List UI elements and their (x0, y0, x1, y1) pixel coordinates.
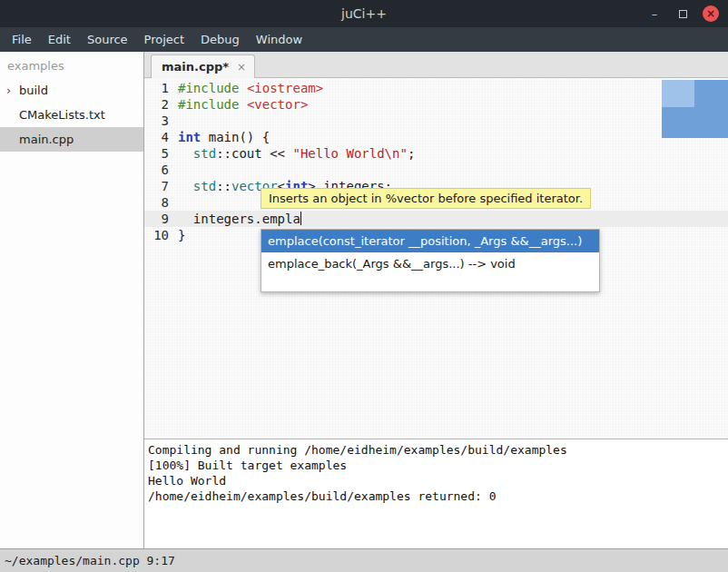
file-label: CMakeLists.txt (19, 108, 105, 122)
code-line-1[interactable]: #include <iostream> (175, 80, 728, 96)
statusbar: ~/examples/main.cpp 9:17 (0, 548, 728, 572)
sidebar-item-build[interactable]: ›build (0, 78, 143, 103)
completion-popup: emplace(const_iterator __position, _Args… (261, 229, 600, 292)
tab-close-icon[interactable]: × (237, 61, 246, 74)
line-number: 5 (144, 145, 175, 162)
window-title: juCi++ (0, 6, 728, 21)
line-number: 4 (144, 129, 175, 145)
tab-label: main.cpp* (162, 60, 229, 74)
file-label: main.cpp (19, 133, 74, 146)
build-output-panel: Compiling and running /home/eidheim/exam… (144, 439, 728, 548)
code-line-2[interactable]: #include <vector> (175, 96, 728, 113)
scrollbar-highlight (662, 80, 694, 107)
maximize-icon (679, 10, 687, 18)
output-line: /home/eidheim/examples/build/examples re… (148, 488, 724, 504)
window-controls: – × (646, 0, 719, 27)
line-number: 8 (144, 194, 175, 211)
statusbar-location: ~/examples/main.cpp 9:17 (5, 554, 175, 567)
text-cursor (300, 212, 301, 225)
editor-pane: main.cpp* × 12345678910 #include <iostre… (144, 52, 728, 548)
menu-source[interactable]: Source (79, 30, 136, 49)
close-button[interactable]: × (703, 5, 719, 22)
line-number: 2 (144, 96, 175, 113)
main-content: examples ›buildCMakeLists.txtmain.cpp ma… (0, 52, 728, 548)
output-line: Hello World (148, 473, 724, 488)
menu-edit[interactable]: Edit (40, 30, 79, 49)
code-line-6[interactable] (175, 162, 728, 178)
line-number: 6 (144, 162, 175, 178)
minimize-icon: – (652, 7, 658, 21)
maximize-button[interactable] (674, 5, 691, 22)
menu-debug[interactable]: Debug (192, 30, 248, 49)
line-number: 1 (144, 80, 175, 96)
file-label: build (19, 84, 48, 97)
completion-item[interactable]: emplace_back(_Args &&__args...) --> void (261, 252, 599, 275)
tab-main-cpp[interactable]: main.cpp* × (151, 54, 255, 78)
minimize-button[interactable]: – (646, 5, 663, 22)
tabbar: main.cpp* × (144, 52, 728, 78)
file-tree-panel: examples ›buildCMakeLists.txtmain.cpp (0, 52, 144, 548)
project-name-label: examples (0, 52, 143, 78)
sidebar-item-main-cpp[interactable]: main.cpp (0, 127, 143, 152)
line-number: 3 (144, 113, 175, 129)
output-line: [100%] Built target examples (148, 458, 724, 473)
code-line-3[interactable] (175, 113, 728, 129)
scrollbar-thumb[interactable] (662, 80, 728, 138)
line-number-gutter: 12345678910 (144, 78, 175, 439)
line-number: 10 (144, 227, 175, 243)
doc-tooltip: Inserts an object in %vector before spec… (261, 188, 591, 209)
menu-file[interactable]: File (4, 30, 40, 49)
expander-chevron-icon[interactable]: › (6, 84, 19, 96)
file-tree: ›buildCMakeLists.txtmain.cpp (0, 78, 143, 152)
completion-item[interactable]: emplace(const_iterator __position, _Args… (261, 230, 599, 252)
line-number: 7 (144, 178, 175, 194)
code-line-5[interactable]: std::cout << "Hello World\n"; (175, 145, 728, 162)
menu-window[interactable]: Window (248, 30, 310, 49)
menu-project[interactable]: Project (136, 30, 192, 49)
titlebar: juCi++ – × (0, 0, 728, 27)
code-line-4[interactable]: int main() { (175, 129, 728, 145)
menubar: FileEditSourceProjectDebugWindow (0, 27, 728, 52)
line-number: 9 (144, 211, 175, 227)
app-window: juCi++ – × FileEditSourceProjectDebugWin… (0, 0, 728, 572)
code-line-9[interactable]: integers.empla (175, 211, 728, 227)
close-icon: × (706, 8, 715, 19)
sidebar-item-cmakelists-txt[interactable]: CMakeLists.txt (0, 103, 143, 127)
code-editor[interactable]: 12345678910 #include <iostream>#include … (144, 78, 728, 439)
output-line: Compiling and running /home/eidheim/exam… (148, 442, 724, 458)
